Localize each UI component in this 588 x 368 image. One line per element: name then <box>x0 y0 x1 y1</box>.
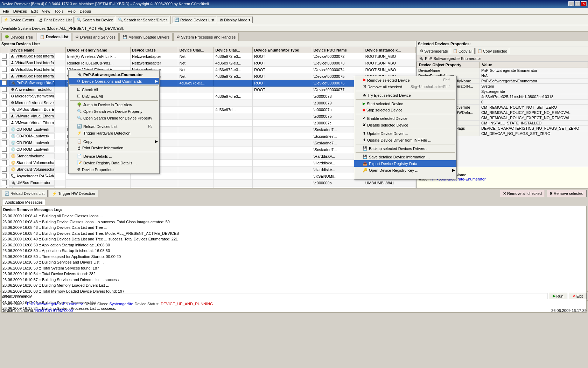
save-icon: 💾 <box>363 155 368 159</box>
sub-disable-device[interactable]: ✘ Disable selected Device <box>354 122 456 128</box>
update-inf-icon: ⬆ <box>363 138 366 142</box>
sub-sep-2 <box>356 99 455 100</box>
regkey-icon: 🔑 <box>363 168 368 172</box>
ctx-copy[interactable]: 📋 Copy ▶ <box>69 138 159 145</box>
check-icon: ☑ <box>77 87 80 92</box>
remove-all-sub-icon: ☑ <box>363 84 366 89</box>
sub-export-registry[interactable]: 📤 Export Device Registry Data ... <box>354 160 456 167</box>
sub-update-driver[interactable]: ⬆ Update Device Driver ... <box>354 130 456 137</box>
ctx-check-all[interactable]: ☑ Check All <box>69 86 159 93</box>
ctx-sep-4 <box>70 137 158 137</box>
submenu-device-ops: ✖ Remove selected Device Entf ☑ Remove a… <box>354 76 457 179</box>
ctx-jump-tree[interactable]: 🌳 Jump to Device in Tree View <box>69 101 159 108</box>
search-online-icon: 🔍 <box>77 116 82 120</box>
enable-icon: ✔ <box>363 116 366 121</box>
ctx-device-props[interactable]: ⚙ Device Properties ... <box>69 166 159 173</box>
sub-sep-3 <box>356 114 455 114</box>
sub-try-eject[interactable]: ⏏ Try Eject selected Device <box>354 92 456 98</box>
regkey-arrow: ▶ <box>452 168 455 172</box>
ctx-sep-1 <box>70 85 158 86</box>
context-menu-container: 🔌 PnP-Softwaregeräte-Enumerator ⚙ Device… <box>68 70 262 174</box>
sub-remove-selected[interactable]: ✖ Remove selected Device Entf <box>354 77 456 83</box>
submenu-arrow-icon: ▶ <box>155 79 158 83</box>
ctx-reload[interactable]: 🔄 Reload Devices List F5 <box>69 123 159 130</box>
ctx-search-online[interactable]: 🔍 Open Search Online for Device Property <box>69 115 159 121</box>
ctx-device-details[interactable]: 📄 Device Details ... <box>69 153 159 159</box>
ctx-pnp-header[interactable]: 🔌 PnP-Softwaregeräte-Enumerator <box>69 71 159 78</box>
sub-sep-6 <box>356 152 455 153</box>
sub-sep-1 <box>356 91 455 91</box>
sub-remove-all-checked[interactable]: ☑ Remove all checked Strg+Umschalttaste+… <box>354 83 456 90</box>
eject-icon: ⏏ <box>363 93 366 97</box>
ctx-sep-5 <box>70 152 158 152</box>
sub-open-registry-key[interactable]: 🔑 Open Device Registry Key ... ▶ <box>354 167 456 173</box>
ctx-trigger-hw[interactable]: ⚡ Trigger Hardware Detection <box>69 130 159 136</box>
ctx-device-ops[interactable]: ⚙ Device Operations and Commands ▶ <box>69 78 159 84</box>
search-prop-icon: 🔍 <box>77 109 82 114</box>
update-icon: ⬆ <box>363 131 366 136</box>
sub-start-device[interactable]: ▶ Start selected Device <box>354 100 456 107</box>
props-ctx-icon: ⚙ <box>77 167 80 172</box>
ctx-search-property[interactable]: 🔍 Open Search with Device Property <box>69 108 159 115</box>
jump-icon: 🌳 <box>77 102 82 107</box>
context-menu-overlay[interactable]: 🔌 PnP-Softwaregeräte-Enumerator ⚙ Device… <box>0 0 588 368</box>
details-icon: 📄 <box>77 154 82 158</box>
pnp-icon-ctx: 🔌 <box>77 72 82 77</box>
copy-submenu-arrow: ▶ <box>155 139 158 144</box>
print-ctx-icon: 🖨 <box>77 146 81 150</box>
ctx-uncheck-all[interactable]: ☐ UnCheck All <box>69 93 159 100</box>
ctx-registry-details[interactable]: 📝 Device Registry Data Details ... <box>69 159 159 166</box>
remove-shortcut: Entf <box>436 78 449 82</box>
remove-all-shortcut: Strg+Umschalttaste+Entf <box>404 85 449 89</box>
sub-save-device-info[interactable]: 💾 Save detailed Device Information ... <box>354 154 456 160</box>
disable-icon: ✘ <box>363 123 366 127</box>
registry-icon: 📝 <box>77 161 82 165</box>
ctx-sep-2 <box>70 100 158 101</box>
uncheck-icon: ☐ <box>77 94 80 98</box>
export-icon: 📤 <box>363 161 368 166</box>
copy-ctx-icon: 📋 <box>77 139 82 144</box>
reload-shortcut: F5 <box>141 124 152 128</box>
stop-icon: ■ <box>363 108 365 112</box>
backup-icon: 💾 <box>363 146 368 151</box>
sub-sep-4 <box>356 129 455 129</box>
sub-update-driver-inf[interactable]: ⬆ Update Device Driver from INF File ... <box>354 137 456 143</box>
sub-backup-drivers[interactable]: 💾 Backup selected Devices Drivers ... <box>354 145 456 152</box>
main-context-menu: 🔌 PnP-Softwaregeräte-Enumerator ⚙ Device… <box>68 70 160 174</box>
ctx-print-info[interactable]: 🖨 Print Device Information ... <box>69 145 159 151</box>
trigger-ctx-icon: ⚡ <box>77 131 82 135</box>
start-icon: ▶ <box>363 101 365 106</box>
sub-enable-device[interactable]: ✔ Enable selected Device <box>354 115 456 122</box>
sub-stop-device[interactable]: ■ Stop selected Device <box>354 107 456 113</box>
ops-icon: ⚙ <box>77 79 80 83</box>
ctx-sep-3 <box>70 122 158 122</box>
reload-ctx-icon: 🔄 <box>77 124 82 129</box>
remove-icon: ✖ <box>363 78 366 82</box>
sub-sep-5 <box>356 144 455 144</box>
